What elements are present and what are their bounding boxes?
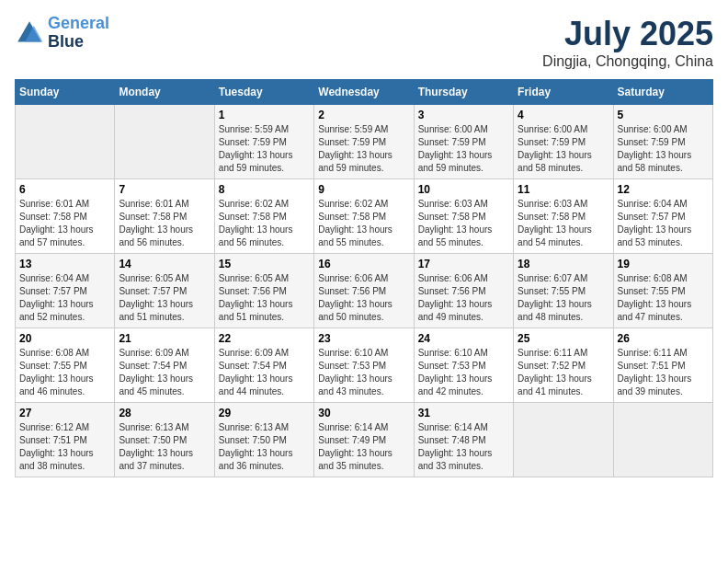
day-number: 8 bbox=[219, 183, 310, 196]
calendar-cell: 9Sunrise: 6:02 AM Sunset: 7:58 PM Daylig… bbox=[314, 179, 414, 254]
calendar-cell: 23Sunrise: 6:10 AM Sunset: 7:53 PM Dayli… bbox=[314, 328, 414, 403]
calendar-cell: 4Sunrise: 6:00 AM Sunset: 7:59 PM Daylig… bbox=[514, 105, 613, 179]
day-number: 18 bbox=[518, 258, 609, 270]
title-area: July 2025 Dingjia, Chongqing, China bbox=[542, 15, 713, 70]
day-info: Sunrise: 6:01 AM Sunset: 7:58 PM Dayligh… bbox=[19, 198, 110, 249]
calendar-cell: 14Sunrise: 6:05 AM Sunset: 7:57 PM Dayli… bbox=[115, 254, 214, 328]
calendar-cell: 15Sunrise: 6:05 AM Sunset: 7:56 PM Dayli… bbox=[214, 254, 313, 328]
calendar-cell bbox=[16, 105, 115, 179]
calendar-cell: 28Sunrise: 6:13 AM Sunset: 7:50 PM Dayli… bbox=[115, 403, 214, 477]
day-info: Sunrise: 6:04 AM Sunset: 7:57 PM Dayligh… bbox=[19, 272, 110, 324]
day-number: 3 bbox=[418, 109, 509, 121]
calendar-week-row: 6Sunrise: 6:01 AM Sunset: 7:58 PM Daylig… bbox=[16, 179, 713, 254]
day-info: Sunrise: 6:07 AM Sunset: 7:55 PM Dayligh… bbox=[518, 272, 609, 324]
calendar-cell: 6Sunrise: 6:01 AM Sunset: 7:58 PM Daylig… bbox=[16, 179, 115, 254]
day-number: 15 bbox=[219, 258, 310, 270]
day-number: 24 bbox=[418, 332, 509, 345]
day-info: Sunrise: 6:00 AM Sunset: 7:59 PM Dayligh… bbox=[618, 123, 709, 175]
day-number: 19 bbox=[618, 258, 709, 270]
calendar-cell: 30Sunrise: 6:14 AM Sunset: 7:49 PM Dayli… bbox=[314, 403, 414, 477]
location-title: Dingjia, Chongqing, China bbox=[542, 53, 713, 70]
day-number: 2 bbox=[318, 109, 409, 121]
day-number: 16 bbox=[318, 258, 409, 270]
calendar-cell: 22Sunrise: 6:09 AM Sunset: 7:54 PM Dayli… bbox=[214, 328, 313, 403]
day-number: 31 bbox=[418, 407, 509, 419]
logo: General Blue bbox=[15, 15, 109, 52]
day-info: Sunrise: 6:09 AM Sunset: 7:54 PM Dayligh… bbox=[119, 347, 210, 398]
day-info: Sunrise: 6:13 AM Sunset: 7:50 PM Dayligh… bbox=[219, 421, 310, 473]
day-number: 29 bbox=[219, 407, 310, 419]
day-info: Sunrise: 6:04 AM Sunset: 7:57 PM Dayligh… bbox=[618, 198, 709, 249]
day-number: 14 bbox=[119, 258, 210, 270]
day-info: Sunrise: 6:08 AM Sunset: 7:55 PM Dayligh… bbox=[618, 272, 709, 324]
day-number: 1 bbox=[219, 109, 310, 121]
day-number: 30 bbox=[318, 407, 409, 419]
day-number: 10 bbox=[418, 183, 509, 196]
calendar-cell: 20Sunrise: 6:08 AM Sunset: 7:55 PM Dayli… bbox=[16, 328, 115, 403]
calendar-cell: 10Sunrise: 6:03 AM Sunset: 7:58 PM Dayli… bbox=[414, 179, 513, 254]
day-number: 6 bbox=[19, 183, 110, 196]
day-info: Sunrise: 6:06 AM Sunset: 7:56 PM Dayligh… bbox=[318, 272, 409, 324]
calendar-cell: 19Sunrise: 6:08 AM Sunset: 7:55 PM Dayli… bbox=[613, 254, 712, 328]
calendar-week-row: 20Sunrise: 6:08 AM Sunset: 7:55 PM Dayli… bbox=[16, 328, 713, 403]
calendar-cell: 13Sunrise: 6:04 AM Sunset: 7:57 PM Dayli… bbox=[16, 254, 115, 328]
calendar-cell: 7Sunrise: 6:01 AM Sunset: 7:58 PM Daylig… bbox=[115, 179, 214, 254]
day-number: 25 bbox=[518, 332, 609, 345]
calendar-cell bbox=[115, 105, 214, 179]
day-number: 28 bbox=[119, 407, 210, 419]
day-info: Sunrise: 6:14 AM Sunset: 7:49 PM Dayligh… bbox=[318, 421, 409, 473]
day-number: 20 bbox=[19, 332, 110, 345]
calendar-cell: 26Sunrise: 6:11 AM Sunset: 7:51 PM Dayli… bbox=[613, 328, 712, 403]
day-info: Sunrise: 5:59 AM Sunset: 7:59 PM Dayligh… bbox=[219, 123, 310, 175]
weekday-header: Tuesday bbox=[214, 80, 313, 105]
calendar-header-row: SundayMondayTuesdayWednesdayThursdayFrid… bbox=[16, 80, 713, 105]
weekday-header: Friday bbox=[514, 80, 613, 105]
weekday-header: Wednesday bbox=[314, 80, 414, 105]
day-info: Sunrise: 6:10 AM Sunset: 7:53 PM Dayligh… bbox=[318, 347, 409, 398]
day-number: 23 bbox=[318, 332, 409, 345]
day-info: Sunrise: 6:05 AM Sunset: 7:57 PM Dayligh… bbox=[119, 272, 210, 324]
calendar-cell: 2Sunrise: 5:59 AM Sunset: 7:59 PM Daylig… bbox=[314, 105, 414, 179]
day-info: Sunrise: 6:01 AM Sunset: 7:58 PM Dayligh… bbox=[119, 198, 210, 249]
calendar-week-row: 27Sunrise: 6:12 AM Sunset: 7:51 PM Dayli… bbox=[16, 403, 713, 477]
day-number: 9 bbox=[318, 183, 409, 196]
day-number: 12 bbox=[618, 183, 709, 196]
day-info: Sunrise: 5:59 AM Sunset: 7:59 PM Dayligh… bbox=[318, 123, 409, 175]
calendar-cell: 8Sunrise: 6:02 AM Sunset: 7:58 PM Daylig… bbox=[214, 179, 313, 254]
day-number: 5 bbox=[618, 109, 709, 121]
calendar-cell: 16Sunrise: 6:06 AM Sunset: 7:56 PM Dayli… bbox=[314, 254, 414, 328]
calendar-cell: 31Sunrise: 6:14 AM Sunset: 7:48 PM Dayli… bbox=[414, 403, 513, 477]
calendar-cell: 1Sunrise: 5:59 AM Sunset: 7:59 PM Daylig… bbox=[214, 105, 313, 179]
calendar-cell: 27Sunrise: 6:12 AM Sunset: 7:51 PM Dayli… bbox=[16, 403, 115, 477]
day-number: 17 bbox=[418, 258, 509, 270]
calendar-cell: 17Sunrise: 6:06 AM Sunset: 7:56 PM Dayli… bbox=[414, 254, 513, 328]
day-number: 7 bbox=[119, 183, 210, 196]
weekday-header: Thursday bbox=[414, 80, 513, 105]
calendar-cell: 21Sunrise: 6:09 AM Sunset: 7:54 PM Dayli… bbox=[115, 328, 214, 403]
calendar-week-row: 1Sunrise: 5:59 AM Sunset: 7:59 PM Daylig… bbox=[16, 105, 713, 179]
calendar-cell: 24Sunrise: 6:10 AM Sunset: 7:53 PM Dayli… bbox=[414, 328, 513, 403]
page-header: General Blue July 2025 Dingjia, Chongqin… bbox=[15, 15, 713, 70]
day-number: 22 bbox=[219, 332, 310, 345]
day-info: Sunrise: 6:11 AM Sunset: 7:51 PM Dayligh… bbox=[618, 347, 709, 398]
day-info: Sunrise: 6:09 AM Sunset: 7:54 PM Dayligh… bbox=[219, 347, 310, 398]
calendar-cell: 25Sunrise: 6:11 AM Sunset: 7:52 PM Dayli… bbox=[514, 328, 613, 403]
day-info: Sunrise: 6:05 AM Sunset: 7:56 PM Dayligh… bbox=[219, 272, 310, 324]
calendar-cell: 29Sunrise: 6:13 AM Sunset: 7:50 PM Dayli… bbox=[214, 403, 313, 477]
day-info: Sunrise: 6:03 AM Sunset: 7:58 PM Dayligh… bbox=[418, 198, 509, 249]
day-info: Sunrise: 6:00 AM Sunset: 7:59 PM Dayligh… bbox=[418, 123, 509, 175]
calendar-cell: 18Sunrise: 6:07 AM Sunset: 7:55 PM Dayli… bbox=[514, 254, 613, 328]
day-number: 13 bbox=[19, 258, 110, 270]
calendar-cell bbox=[613, 403, 712, 477]
logo-text: General Blue bbox=[48, 15, 109, 52]
calendar-cell bbox=[514, 403, 613, 477]
day-info: Sunrise: 6:00 AM Sunset: 7:59 PM Dayligh… bbox=[518, 123, 609, 175]
calendar-cell: 5Sunrise: 6:00 AM Sunset: 7:59 PM Daylig… bbox=[613, 105, 712, 179]
calendar-week-row: 13Sunrise: 6:04 AM Sunset: 7:57 PM Dayli… bbox=[16, 254, 713, 328]
day-number: 4 bbox=[518, 109, 609, 121]
day-info: Sunrise: 6:03 AM Sunset: 7:58 PM Dayligh… bbox=[518, 198, 609, 249]
day-info: Sunrise: 6:08 AM Sunset: 7:55 PM Dayligh… bbox=[19, 347, 110, 398]
weekday-header: Monday bbox=[115, 80, 214, 105]
day-number: 11 bbox=[518, 183, 609, 196]
day-info: Sunrise: 6:02 AM Sunset: 7:58 PM Dayligh… bbox=[318, 198, 409, 249]
